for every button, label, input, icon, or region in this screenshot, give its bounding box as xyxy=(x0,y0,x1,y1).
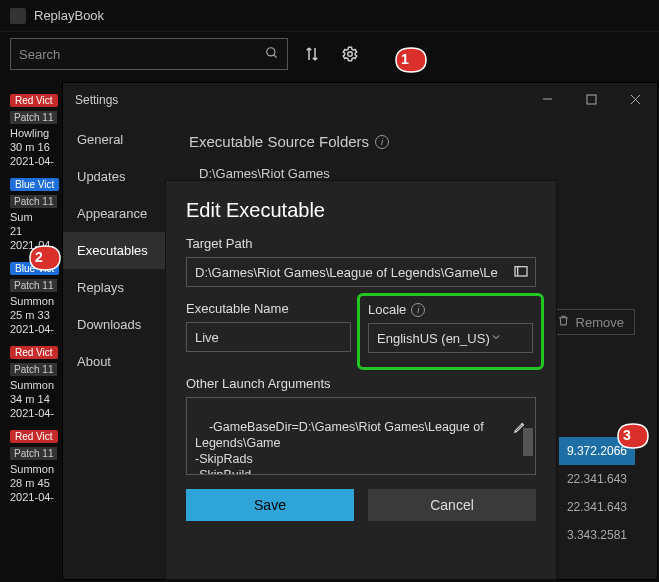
annotation-1: 1 xyxy=(394,46,422,74)
target-path-input[interactable]: D:\Games\Riot Games\League of Legends\Ga… xyxy=(186,257,536,287)
app-logo xyxy=(10,8,26,24)
annotation-3: 3 xyxy=(616,422,644,450)
browse-icon[interactable] xyxy=(513,264,529,283)
locale-highlight: Locale i EnglishUS (en_US) xyxy=(357,293,544,370)
nav-item-appearance[interactable]: Appearance xyxy=(63,195,171,232)
nav-item-executables[interactable]: Executables xyxy=(63,232,171,269)
exec-name-label: Executable Name xyxy=(186,301,351,316)
search-input[interactable]: Search xyxy=(10,38,288,70)
exec-name-input[interactable]: Live xyxy=(186,322,351,352)
app-title: ReplayBook xyxy=(34,8,104,23)
other-args-textarea[interactable]: -GameBaseDir=D:\Games\Riot Games\League … xyxy=(186,397,536,475)
info-icon[interactable]: i xyxy=(375,135,389,149)
patch-badge: Patch 11 xyxy=(10,363,57,376)
scrollbar[interactable] xyxy=(523,428,533,456)
nav-item-downloads[interactable]: Downloads xyxy=(63,306,171,343)
chevron-down-icon xyxy=(490,331,502,346)
version-item[interactable]: 22.341.643 xyxy=(559,465,635,493)
close-icon[interactable] xyxy=(613,83,657,115)
dialog-title: Edit Executable xyxy=(186,199,536,222)
result-badge: Red Vict xyxy=(10,430,58,443)
settings-nav: General Updates Appearance Executables R… xyxy=(63,117,171,579)
nav-item-general[interactable]: General xyxy=(63,121,171,158)
patch-badge: Patch 11 xyxy=(10,195,57,208)
maximize-icon[interactable] xyxy=(569,83,613,115)
version-list: 9.372.2066 22.341.643 22.341.643 3.343.2… xyxy=(559,437,635,549)
edit-icon[interactable] xyxy=(492,404,527,454)
version-item[interactable]: 22.341.643 xyxy=(559,493,635,521)
other-args-label: Other Launch Arguments xyxy=(186,376,536,391)
search-icon xyxy=(265,46,279,63)
svg-point-0 xyxy=(267,47,275,55)
version-item[interactable]: 3.343.2581 xyxy=(559,521,635,549)
gear-icon[interactable] xyxy=(336,40,364,68)
edit-executable-dialog: Edit Executable Target Path D:\Games\Rio… xyxy=(165,180,557,580)
nav-item-updates[interactable]: Updates xyxy=(63,158,171,195)
sort-icon[interactable] xyxy=(298,40,326,68)
minimize-icon[interactable] xyxy=(525,83,569,115)
annotation-2: 2 xyxy=(28,244,56,272)
info-icon[interactable]: i xyxy=(411,303,425,317)
result-badge: Blue Vict xyxy=(10,178,59,191)
patch-badge: Patch 11 xyxy=(10,111,57,124)
svg-rect-7 xyxy=(515,267,527,276)
svg-rect-4 xyxy=(587,95,596,104)
nav-item-replays[interactable]: Replays xyxy=(63,269,171,306)
locale-label: Locale i xyxy=(368,302,533,317)
svg-point-2 xyxy=(348,52,353,57)
result-badge: Red Vict xyxy=(10,346,58,359)
search-placeholder: Search xyxy=(19,47,265,62)
target-path-label: Target Path xyxy=(186,236,536,251)
locale-select[interactable]: EnglishUS (en_US) xyxy=(368,323,533,353)
trash-icon xyxy=(557,314,570,330)
result-badge: Red Vict xyxy=(10,94,58,107)
app-titlebar: ReplayBook xyxy=(0,0,659,32)
toolbar: Search xyxy=(0,32,659,76)
nav-item-about[interactable]: About xyxy=(63,343,171,380)
patch-badge: Patch 11 xyxy=(10,279,57,292)
svg-line-1 xyxy=(274,54,277,57)
save-button[interactable]: Save xyxy=(186,489,354,521)
patch-badge: Patch 11 xyxy=(10,447,57,460)
section-header: Executable Source Folders i xyxy=(189,133,639,150)
cancel-button[interactable]: Cancel xyxy=(368,489,536,521)
remove-button[interactable]: Remove xyxy=(546,309,635,335)
